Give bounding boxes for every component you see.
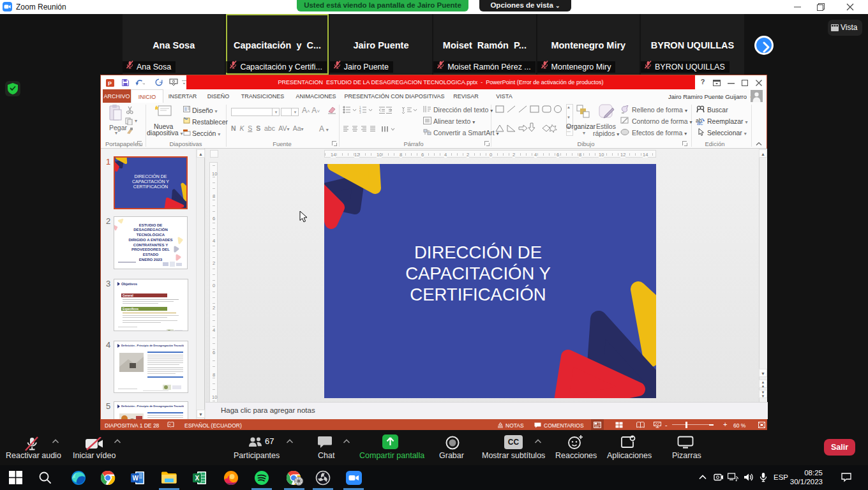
svg-text:X: X xyxy=(195,475,200,482)
svg-text:ac: ac xyxy=(697,120,703,125)
svg-text:3: 3 xyxy=(359,111,361,114)
svg-text:W: W xyxy=(133,475,139,482)
svg-text:P: P xyxy=(108,80,112,87)
